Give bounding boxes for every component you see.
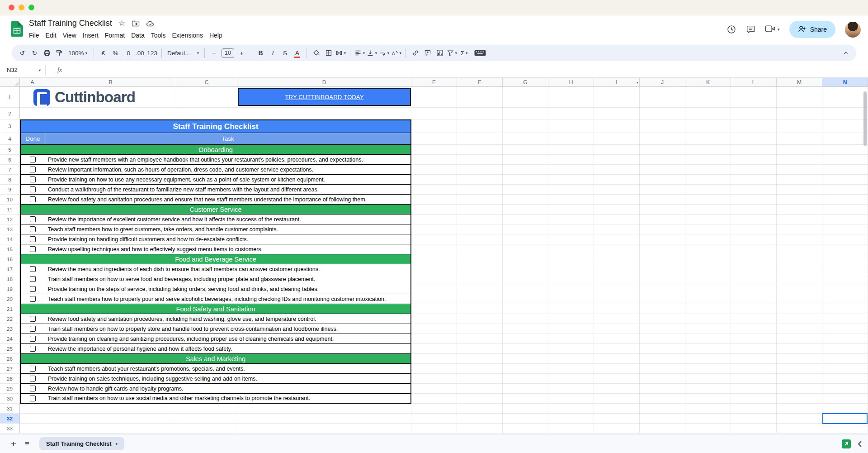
column-header-D[interactable]: D [237, 78, 411, 87]
cell-J5[interactable] [640, 145, 685, 155]
cell-I15[interactable] [594, 244, 640, 254]
cell-L30[interactable] [731, 394, 777, 404]
cell-M27[interactable] [777, 364, 822, 374]
row-header-4[interactable]: 4 [0, 133, 20, 145]
cell-L21[interactable] [731, 304, 777, 314]
cell-F16[interactable] [457, 254, 503, 264]
cell-E11[interactable] [411, 205, 457, 215]
cell-F27[interactable] [457, 364, 503, 374]
cell-K1[interactable] [685, 87, 731, 108]
cell-L18[interactable] [731, 274, 777, 284]
cell-K3[interactable] [685, 119, 731, 133]
cell-K13[interactable] [685, 224, 731, 234]
done-header-cell[interactable]: Done [20, 133, 45, 145]
cell-N33[interactable] [822, 424, 868, 434]
cell-E4[interactable] [411, 133, 457, 145]
cell-F3[interactable] [457, 119, 503, 133]
cell-M5[interactable] [777, 145, 822, 155]
column-header-M[interactable]: M [777, 78, 822, 87]
cell-H3[interactable] [548, 119, 594, 133]
row-header-27[interactable]: 27 [0, 364, 20, 374]
row-header-13[interactable]: 13 [0, 224, 20, 234]
checkbox-cell[interactable] [20, 344, 45, 354]
task-text-cell[interactable]: Train staff members on how to serve food… [45, 274, 411, 284]
cell-N17[interactable] [822, 264, 868, 274]
row-header-32[interactable]: 32 [0, 414, 20, 424]
cell-N10[interactable] [822, 195, 868, 205]
cell-J25[interactable] [640, 344, 685, 354]
column-header-L[interactable]: L [731, 78, 777, 87]
cell-K14[interactable] [685, 234, 731, 244]
version-history-icon[interactable] [726, 24, 736, 34]
cell-L14[interactable] [731, 234, 777, 244]
cell-E15[interactable] [411, 244, 457, 254]
cell-G7[interactable] [503, 165, 548, 175]
cell-D31[interactable] [237, 404, 411, 414]
cell-N13[interactable] [822, 224, 868, 234]
cell-L4[interactable] [731, 133, 777, 145]
cell-F6[interactable] [457, 155, 503, 165]
bold-button[interactable]: B [255, 47, 267, 59]
checkbox-cell[interactable] [20, 274, 45, 284]
cell-B33[interactable] [45, 424, 176, 434]
checkbox-cell[interactable] [20, 294, 45, 304]
row-header-1[interactable]: 1 [0, 87, 20, 108]
checkbox-cell[interactable] [20, 234, 45, 244]
cell-N14[interactable] [822, 234, 868, 244]
cell-H9[interactable] [548, 185, 594, 195]
section-header-band[interactable]: Onboarding [20, 145, 411, 155]
cell-H4[interactable] [548, 133, 594, 145]
cell-M30[interactable] [777, 394, 822, 404]
row-header-12[interactable]: 12 [0, 215, 20, 224]
cell-I21[interactable] [594, 304, 640, 314]
task-text-cell[interactable]: Review the menu and ingredients of each … [45, 264, 411, 274]
cell-C2[interactable] [176, 108, 237, 119]
cell-F14[interactable] [457, 234, 503, 244]
cell-E3[interactable] [411, 119, 457, 133]
task-checkbox[interactable] [30, 157, 36, 162]
font-dropdown[interactable]: Defaul... ▾ [165, 47, 201, 59]
cell-D2[interactable] [237, 108, 411, 119]
section-header-band[interactable]: Food and Beverage Service [20, 254, 411, 264]
cell-N5[interactable] [822, 145, 868, 155]
borders-button[interactable] [322, 47, 335, 59]
cell-G4[interactable] [503, 133, 548, 145]
cell-N30[interactable] [822, 394, 868, 404]
cell-K17[interactable] [685, 264, 731, 274]
task-text-cell[interactable]: Train staff members on how to use social… [45, 394, 411, 404]
comments-icon[interactable] [746, 25, 755, 34]
cell-M24[interactable] [777, 334, 822, 344]
cell-K24[interactable] [685, 334, 731, 344]
cell-J24[interactable] [640, 334, 685, 344]
cell-M6[interactable] [777, 155, 822, 165]
row-header-23[interactable]: 23 [0, 324, 20, 334]
number-format-button[interactable]: 123 [146, 47, 158, 59]
cell-H20[interactable] [548, 294, 594, 304]
task-checkbox[interactable] [30, 266, 36, 272]
cell-J33[interactable] [640, 424, 685, 434]
fill-color-button[interactable] [310, 47, 322, 59]
document-title[interactable]: Staff Training Checklist [29, 19, 112, 28]
cell-F15[interactable] [457, 244, 503, 254]
cell-E5[interactable] [411, 145, 457, 155]
cell-H10[interactable] [548, 195, 594, 205]
cell-L19[interactable] [731, 284, 777, 294]
row-header-20[interactable]: 20 [0, 294, 20, 304]
row-header-14[interactable]: 14 [0, 234, 20, 244]
decrease-font-size-button[interactable]: − [208, 47, 220, 59]
cell-K6[interactable] [685, 155, 731, 165]
cell-F22[interactable] [457, 314, 503, 324]
cell-H30[interactable] [548, 394, 594, 404]
cell-N19[interactable] [822, 284, 868, 294]
cell-N8[interactable] [822, 175, 868, 185]
cell-I11[interactable] [594, 205, 640, 215]
cell-F19[interactable] [457, 284, 503, 294]
cell-H11[interactable] [548, 205, 594, 215]
cell-N23[interactable] [822, 324, 868, 334]
cell-A2[interactable] [20, 108, 45, 119]
checkbox-cell[interactable] [20, 324, 45, 334]
cell-M16[interactable] [777, 254, 822, 264]
cell-F23[interactable] [457, 324, 503, 334]
checkbox-cell[interactable] [20, 165, 45, 175]
cell-H22[interactable] [548, 314, 594, 324]
